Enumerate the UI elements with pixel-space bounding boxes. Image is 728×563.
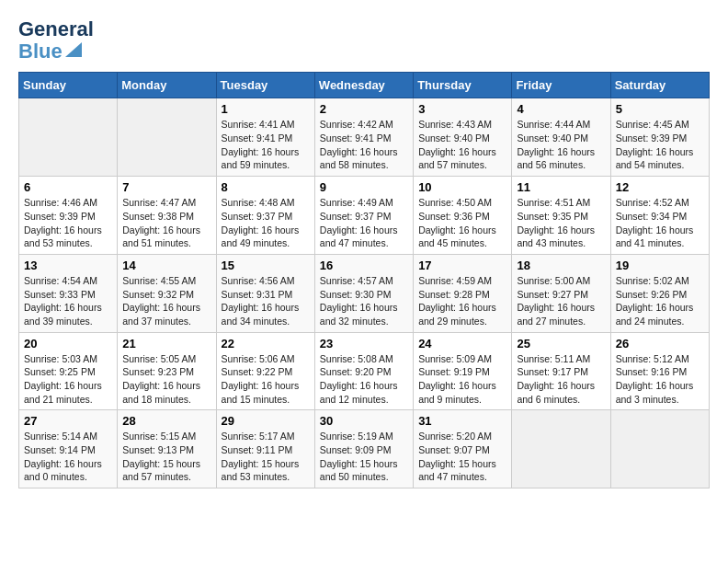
calendar-cell: 11Sunrise: 4:51 AMSunset: 9:35 PMDayligh… — [512, 177, 610, 255]
calendar-cell: 17Sunrise: 4:59 AMSunset: 9:28 PMDayligh… — [414, 254, 512, 332]
day-number: 9 — [320, 180, 408, 194]
day-number: 6 — [24, 180, 112, 194]
day-info: Sunrise: 5:05 AMSunset: 9:23 PMDaylight:… — [122, 352, 210, 407]
day-info: Sunrise: 4:54 AMSunset: 9:33 PMDaylight:… — [24, 274, 112, 328]
day-info: Sunrise: 4:59 AMSunset: 9:28 PMDaylight:… — [418, 274, 506, 328]
calendar-cell: 2Sunrise: 4:42 AMSunset: 9:41 PMDaylight… — [314, 98, 413, 177]
calendar-cell: 9Sunrise: 4:49 AMSunset: 9:37 PMDaylight… — [314, 177, 413, 255]
day-info: Sunrise: 5:15 AMSunset: 9:13 PMDaylight:… — [122, 430, 210, 484]
day-number: 10 — [418, 180, 506, 194]
calendar-cell — [610, 410, 709, 488]
day-number: 22 — [222, 337, 310, 350]
calendar-cell: 15Sunrise: 4:56 AMSunset: 9:31 PMDayligh… — [216, 254, 314, 332]
day-info: Sunrise: 4:47 AMSunset: 9:38 PMDaylight:… — [122, 196, 210, 250]
day-info: Sunrise: 4:41 AMSunset: 9:41 PMDaylight:… — [222, 118, 310, 172]
weekday-header-friday: Friday — [512, 73, 610, 98]
calendar-cell: 13Sunrise: 4:54 AMSunset: 9:33 PMDayligh… — [19, 254, 118, 332]
day-number: 12 — [616, 180, 704, 194]
weekday-header-saturday: Saturday — [610, 73, 709, 98]
day-number: 11 — [517, 180, 605, 194]
day-info: Sunrise: 4:42 AMSunset: 9:41 PMDaylight:… — [320, 118, 408, 172]
calendar-week-4: 20Sunrise: 5:03 AMSunset: 9:25 PMDayligh… — [19, 332, 710, 410]
calendar-cell: 12Sunrise: 4:52 AMSunset: 9:34 PMDayligh… — [610, 177, 709, 255]
day-number: 3 — [418, 102, 506, 116]
day-number: 30 — [320, 414, 408, 428]
day-number: 1 — [222, 102, 310, 116]
logo-text-blue: Blue — [18, 40, 63, 63]
day-number: 27 — [24, 414, 112, 428]
day-info: Sunrise: 4:55 AMSunset: 9:32 PMDaylight:… — [122, 274, 210, 328]
calendar-body: 1Sunrise: 4:41 AMSunset: 9:41 PMDaylight… — [19, 98, 710, 488]
day-number: 4 — [517, 102, 605, 116]
day-number: 8 — [222, 180, 310, 194]
day-info: Sunrise: 5:20 AMSunset: 9:07 PMDaylight:… — [418, 430, 506, 484]
day-info: Sunrise: 4:52 AMSunset: 9:34 PMDaylight:… — [616, 196, 704, 250]
day-info: Sunrise: 4:51 AMSunset: 9:35 PMDaylight:… — [517, 196, 605, 250]
calendar-cell: 30Sunrise: 5:19 AMSunset: 9:09 PMDayligh… — [314, 410, 413, 488]
day-info: Sunrise: 5:11 AMSunset: 9:17 PMDaylight:… — [517, 352, 605, 407]
calendar-cell: 7Sunrise: 4:47 AMSunset: 9:38 PMDaylight… — [118, 177, 216, 255]
day-info: Sunrise: 4:43 AMSunset: 9:40 PMDaylight:… — [418, 118, 506, 172]
calendar-cell: 26Sunrise: 5:12 AMSunset: 9:16 PMDayligh… — [610, 332, 709, 410]
day-info: Sunrise: 4:50 AMSunset: 9:36 PMDaylight:… — [418, 196, 506, 250]
calendar-cell: 18Sunrise: 5:00 AMSunset: 9:27 PMDayligh… — [512, 254, 610, 332]
day-info: Sunrise: 5:02 AMSunset: 9:26 PMDaylight:… — [616, 274, 704, 328]
day-number: 20 — [24, 337, 112, 350]
calendar-cell: 29Sunrise: 5:17 AMSunset: 9:11 PMDayligh… — [216, 410, 314, 488]
day-info: Sunrise: 5:06 AMSunset: 9:22 PMDaylight:… — [222, 352, 310, 407]
calendar-cell: 21Sunrise: 5:05 AMSunset: 9:23 PMDayligh… — [118, 332, 216, 410]
page-header: General Blue — [18, 18, 710, 63]
day-number: 28 — [122, 414, 210, 428]
calendar-cell: 5Sunrise: 4:45 AMSunset: 9:39 PMDaylight… — [610, 98, 709, 177]
weekday-header-row: SundayMondayTuesdayWednesdayThursdayFrid… — [19, 73, 710, 98]
day-number: 31 — [418, 414, 506, 428]
day-info: Sunrise: 4:44 AMSunset: 9:40 PMDaylight:… — [517, 118, 605, 172]
calendar-week-2: 6Sunrise: 4:46 AMSunset: 9:39 PMDaylight… — [19, 177, 710, 255]
day-number: 7 — [122, 180, 210, 194]
day-info: Sunrise: 5:17 AMSunset: 9:11 PMDaylight:… — [222, 430, 310, 484]
calendar-cell: 28Sunrise: 5:15 AMSunset: 9:13 PMDayligh… — [118, 410, 216, 488]
day-info: Sunrise: 4:46 AMSunset: 9:39 PMDaylight:… — [24, 196, 112, 250]
svg-marker-0 — [65, 42, 82, 57]
day-number: 15 — [222, 259, 310, 272]
calendar-cell — [512, 410, 610, 488]
calendar-cell: 14Sunrise: 4:55 AMSunset: 9:32 PMDayligh… — [118, 254, 216, 332]
day-number: 13 — [24, 259, 112, 272]
calendar-cell: 8Sunrise: 4:48 AMSunset: 9:37 PMDaylight… — [216, 177, 314, 255]
calendar-cell — [19, 98, 118, 177]
day-number: 17 — [418, 259, 506, 272]
day-info: Sunrise: 4:49 AMSunset: 9:37 PMDaylight:… — [320, 196, 408, 250]
day-info: Sunrise: 5:19 AMSunset: 9:09 PMDaylight:… — [320, 430, 408, 484]
calendar-cell: 19Sunrise: 5:02 AMSunset: 9:26 PMDayligh… — [610, 254, 709, 332]
calendar-cell: 31Sunrise: 5:20 AMSunset: 9:07 PMDayligh… — [414, 410, 512, 488]
day-number: 21 — [122, 337, 210, 350]
calendar-cell — [118, 98, 216, 177]
calendar-cell: 4Sunrise: 4:44 AMSunset: 9:40 PMDaylight… — [512, 98, 610, 177]
calendar-cell: 27Sunrise: 5:14 AMSunset: 9:14 PMDayligh… — [19, 410, 118, 488]
weekday-header-monday: Monday — [118, 73, 216, 98]
calendar-cell: 24Sunrise: 5:09 AMSunset: 9:19 PMDayligh… — [414, 332, 512, 410]
weekday-header-wednesday: Wednesday — [314, 73, 413, 98]
day-number: 25 — [517, 337, 605, 350]
calendar-cell: 25Sunrise: 5:11 AMSunset: 9:17 PMDayligh… — [512, 332, 610, 410]
day-info: Sunrise: 4:48 AMSunset: 9:37 PMDaylight:… — [222, 196, 310, 250]
day-info: Sunrise: 4:45 AMSunset: 9:39 PMDaylight:… — [616, 118, 704, 172]
day-info: Sunrise: 5:14 AMSunset: 9:14 PMDaylight:… — [24, 430, 112, 484]
logo: General Blue — [18, 18, 94, 63]
day-number: 2 — [320, 102, 408, 116]
weekday-header-thursday: Thursday — [414, 73, 512, 98]
day-number: 19 — [616, 259, 704, 272]
day-number: 18 — [517, 259, 605, 272]
day-number: 14 — [122, 259, 210, 272]
day-info: Sunrise: 5:08 AMSunset: 9:20 PMDaylight:… — [320, 352, 408, 407]
calendar-week-1: 1Sunrise: 4:41 AMSunset: 9:41 PMDaylight… — [19, 98, 710, 177]
calendar-cell: 1Sunrise: 4:41 AMSunset: 9:41 PMDaylight… — [216, 98, 314, 177]
day-info: Sunrise: 5:03 AMSunset: 9:25 PMDaylight:… — [24, 352, 112, 407]
calendar-week-3: 13Sunrise: 4:54 AMSunset: 9:33 PMDayligh… — [19, 254, 710, 332]
calendar-table: SundayMondayTuesdayWednesdayThursdayFrid… — [18, 72, 710, 488]
calendar-week-5: 27Sunrise: 5:14 AMSunset: 9:14 PMDayligh… — [19, 410, 710, 488]
calendar-cell: 20Sunrise: 5:03 AMSunset: 9:25 PMDayligh… — [19, 332, 118, 410]
calendar-cell: 22Sunrise: 5:06 AMSunset: 9:22 PMDayligh… — [216, 332, 314, 410]
day-number: 26 — [616, 337, 704, 350]
logo-text-general: General — [18, 18, 94, 40]
